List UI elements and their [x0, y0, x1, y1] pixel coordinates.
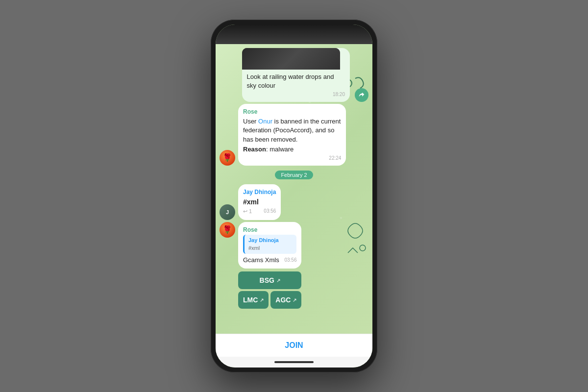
reply-quote-sender: Jay Dhinoja [248, 237, 293, 244]
photo-preview [242, 48, 340, 70]
message-bubble-1: Look at railing water drops and sky colo… [242, 48, 350, 102]
agc-ext-icon: ↗ [293, 297, 296, 303]
avatar-rose: 🌹 [220, 150, 235, 166]
date-label: February 2 [275, 171, 313, 179]
lmc-ext-icon: ↗ [260, 297, 264, 303]
message-photo-text: Look at railing water drops and sky colo… [242, 48, 368, 102]
msg2-time: 22:24 [329, 155, 341, 162]
msg4-time: 03:56 [284, 257, 296, 264]
home-bar [216, 357, 372, 368]
message-jay: J Jay Dhinoja #xml ↩ 1 03:56 [220, 184, 281, 220]
msg3-text: #xml [243, 197, 276, 207]
reason-text: : malware [266, 146, 294, 153]
bsg-ext-icon: ↗ [276, 278, 280, 283]
msg3-time: 03:56 [264, 208, 276, 215]
msg1-time: 18:20 [333, 91, 345, 98]
bsg-button[interactable]: BSG ↗ [238, 271, 301, 289]
agc-label: AGC [275, 296, 291, 304]
message-bubble-4: Rose Jay Dhinoja #xml Gcams Xmls 03:56 [238, 222, 301, 269]
home-indicator [274, 361, 314, 363]
reply-quote-text: #xml [248, 245, 293, 252]
action-btn-row: LMC ↗ AGC ↗ [238, 291, 301, 309]
reason-label: Reason [243, 146, 266, 153]
msg2-text-before: User [243, 118, 258, 125]
agc-button[interactable]: AGC ↗ [270, 291, 301, 309]
action-buttons: BSG ↗ LMC ↗ AGC ↗ [238, 271, 301, 309]
phone-screen: Look at railing water drops and sky colo… [216, 24, 372, 368]
msg3-reply-count: ↩ 1 [243, 208, 252, 214]
phone-device: Look at railing water drops and sky colo… [211, 20, 377, 372]
top-image-preview [216, 24, 372, 44]
lmc-label: LMC [243, 296, 258, 304]
bsg-label: BSG [260, 276, 274, 284]
msg2-mention: Onur [258, 118, 272, 125]
msg1-text: Look at railing water drops and sky colo… [247, 73, 345, 90]
join-button[interactable]: JOIN [222, 341, 366, 350]
msg4-container: Rose Jay Dhinoja #xml Gcams Xmls 03:56 [238, 222, 301, 309]
avatar-jay: J [220, 204, 235, 220]
message-ban: 🌹 Rose User Onur is banned in the curren… [220, 104, 346, 166]
msg4-gcams: Gcams Xmls [243, 256, 279, 264]
forward-button[interactable] [355, 88, 368, 102]
message-bubble-3: Jay Dhinoja #xml ↩ 1 03:56 [238, 184, 281, 220]
lmc-button[interactable]: LMC ↗ [238, 291, 269, 309]
date-separator: February 2 [220, 171, 368, 179]
message-bubble-2: Rose User Onur is banned in the current … [238, 104, 346, 166]
chat-area: Look at railing water drops and sky colo… [216, 44, 372, 334]
sender-rose-2: Rose [243, 226, 296, 234]
sender-jay: Jay Dhinoja [243, 188, 276, 196]
sender-rose-1: Rose [243, 108, 341, 116]
messages-container: Look at railing water drops and sky colo… [216, 44, 372, 334]
avatar-rose-2: 🌹 [220, 222, 235, 238]
bottom-bar: JOIN [216, 334, 372, 357]
msg2-content: User Onur is banned in the current feder… [243, 117, 341, 144]
message-rose-reply: 🌹 Rose Jay Dhinoja #xml Gcams Xmls 03 [220, 222, 301, 309]
msg4-text: Gcams Xmls 03:56 [243, 256, 296, 265]
msg2-reason: Reason: malware [243, 145, 341, 154]
reply-quote: Jay Dhinoja #xml [243, 235, 296, 254]
